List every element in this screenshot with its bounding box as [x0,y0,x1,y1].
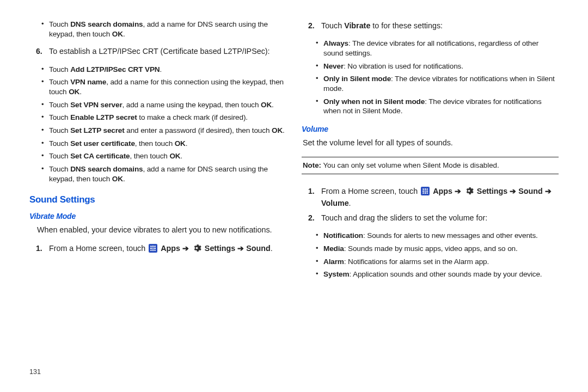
note-box: Note: You can only set volume when Silen… [302,157,559,174]
step-6: 6. To establish a L2TP/IPSec CRT (Certif… [49,46,286,57]
step-text: Touch Vibrate to for these settings: [321,21,443,30]
vibrate-steps-cont: 2. Touch Vibrate to for these settings: [302,16,559,35]
list-item: Touch Enable L2TP secret to make a check… [49,113,286,122]
step-1: 1. From a Home screen, touch Apps ➔ Sett… [49,243,286,255]
subsection-heading-vibrate-mode: Vibrate Mode [29,212,286,220]
section-heading-sound-settings: Sound Settings [29,194,286,205]
step-2: 2. Touch and drag the sliders to set the… [321,213,559,223]
right-column: 2. Touch Vibrate to for these settings: … [294,16,566,376]
note-text: Note: You can only set volume when Silen… [303,161,499,169]
list-item: Always: The device vibrates for all noti… [323,39,559,58]
list-item: Only when not in Silent mode: The device… [323,97,559,116]
volume-types: Notification: Sounds for alerts to new m… [302,228,559,283]
list-item: Touch Set CA certificate, then touch OK. [49,151,286,161]
list-item: Alarm: Notifications for alarms set in t… [323,257,559,267]
list-item: Never: No vibration is used for notifica… [323,62,559,71]
vibrate-options: Always: The device vibrates for all noti… [302,35,559,119]
step-number: 1. [36,243,42,254]
svg-point-1 [468,189,470,192]
step-text: To establish a L2TP/IPSec CRT (Certifica… [49,47,270,56]
list-item: Notification: Sounds for alerts to new m… [323,231,559,241]
list-item: Touch Set VPN server, add a name using t… [49,100,286,110]
list-item: System: Application sounds and other sou… [323,270,559,279]
apps-icon [149,244,157,253]
settings-icon [192,243,201,255]
step-text: Touch and drag the sliders to set the vo… [321,213,487,222]
settings-icon [464,186,474,198]
page-number: 131 [29,362,286,376]
list-item: Touch Add L2TP/IPSec CRT VPN. [49,65,286,75]
left-column: Touch DNS search domains, add a name for… [22,16,294,376]
step6-sublist: Touch Add L2TP/IPSec CRT VPN.Touch VPN n… [29,62,286,187]
volume-intro: Set the volume level for all types of so… [303,138,559,148]
numbered-list: 6. To establish a L2TP/IPSec CRT (Certif… [29,42,286,61]
list-item: Touch DNS search domains, add a name for… [49,164,286,183]
svg-point-0 [196,247,198,249]
step-number: 2. [308,21,315,31]
step-number: 6. [36,46,42,57]
step-number: 2. [308,213,315,223]
subsection-heading-volume: Volume [302,125,559,133]
dns-bullet-list: Touch DNS search domains, add a name for… [29,16,286,42]
step-text: From a Home screen, touch Apps ➔ Setting… [321,187,552,207]
step-number: 1. [308,186,315,197]
step-1: 1. From a Home screen, touch Apps ➔ Sett… [321,186,559,209]
list-item: Media: Sounds made by music apps, video … [323,244,559,254]
bullet-item: Touch DNS search domains, add a name for… [49,20,286,39]
list-item: Only in Silent mode: The device vibrates… [323,74,559,93]
list-item: Touch VPN name, add a name for this conn… [49,77,286,96]
vibrate-steps: 1. From a Home screen, touch Apps ➔ Sett… [29,239,286,260]
step-text: From a Home screen, touch Apps ➔ Setting… [49,244,273,253]
manual-page: Touch DNS search domains, add a name for… [0,0,588,392]
list-item: Touch Set L2TP secret and enter a passwo… [49,126,286,136]
step-2: 2. Touch Vibrate to for these settings: [321,21,559,31]
list-item: Touch Set user certificate, then touch O… [49,139,286,149]
vibrate-intro: When enabled, your device vibrates to al… [37,225,286,235]
apps-icon [421,187,430,195]
volume-steps: 1. From a Home screen, touch Apps ➔ Sett… [302,182,559,228]
